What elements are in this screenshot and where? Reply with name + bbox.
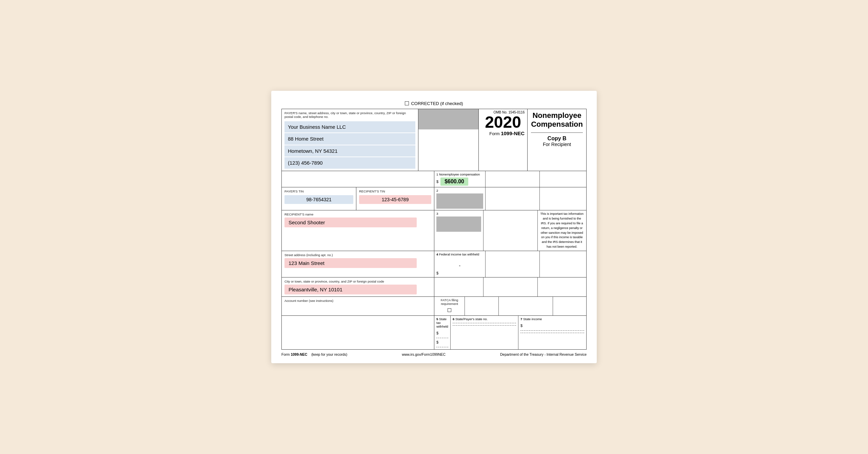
title-copy-cell: Nonemployee Compensation Copy B For Reci… bbox=[528, 109, 586, 171]
payer-tin-label: PAYER'S TIN bbox=[284, 189, 353, 193]
state-account-spacer bbox=[282, 316, 434, 349]
row-box1: 1 Nonemployee compensation $ $600.00 bbox=[282, 171, 586, 187]
form-title: Nonemployee Compensation bbox=[531, 111, 583, 129]
state-tax-cell: 5 State tax withheld $ $ bbox=[434, 316, 451, 349]
city-cell: City or town, state or province, country… bbox=[282, 277, 434, 296]
fatca-cell: FATCA filing requirement bbox=[434, 297, 465, 315]
payer-address: Your Business Name LLC 88 Home Street Ho… bbox=[284, 121, 415, 169]
box2-right-spacer bbox=[486, 187, 540, 210]
box1-label: 1 Nonemployee compensation bbox=[436, 172, 483, 176]
footer-keep-note: (keep for your records) bbox=[311, 352, 347, 356]
state-no-label: 6 State/Payer's state no. bbox=[453, 317, 516, 321]
spacer-right2 bbox=[540, 171, 587, 187]
spacer-omb2 bbox=[486, 171, 540, 187]
box2-far-right bbox=[540, 187, 587, 210]
recipient-tin-label: RECIPIENT'S TIN bbox=[359, 189, 431, 193]
row-account: Account number (see instructions) FATCA … bbox=[282, 297, 586, 316]
box3-cell: 3 bbox=[434, 210, 484, 251]
row-tins: PAYER'S TIN 98-7654321 RECIPIENT'S TIN 1… bbox=[282, 187, 586, 210]
city-right-box bbox=[434, 277, 484, 296]
payer-bottom-spacer bbox=[282, 171, 434, 187]
box3-number: 3 bbox=[436, 212, 481, 215]
form-label-row: Form 1099-NEC bbox=[481, 130, 525, 136]
recipient-name-value[interactable]: Second Shooter bbox=[284, 218, 417, 227]
box2-cell: 2 bbox=[434, 187, 486, 210]
payer-tin-value[interactable]: 98-7654321 bbox=[284, 195, 353, 204]
form-body: PAYER'S name, street address, city or to… bbox=[281, 109, 587, 350]
row-state: 5 State tax withheld $ $ 6 State/Payer's… bbox=[282, 316, 586, 349]
street-label: Street address (including apt. no.) bbox=[284, 253, 431, 257]
omb-cell: OMB No. 1545-0116 2020 Form 1099-NEC bbox=[479, 109, 528, 171]
copy-b-label: Copy B bbox=[531, 136, 583, 142]
footer-bar: Form 1099-NEC (keep for your records) ww… bbox=[281, 352, 587, 356]
row-payer: PAYER'S name, street address, city or to… bbox=[282, 109, 586, 171]
recipient-name-cell: RECIPIENT'S name Second Shooter bbox=[282, 210, 434, 251]
footer-form-number: 1099-NEC bbox=[291, 352, 307, 356]
payer-street: 88 Home Street bbox=[284, 133, 415, 145]
row-street: Street address (including apt. no.) 123 … bbox=[282, 251, 586, 277]
state-income-label: 7 State income bbox=[520, 317, 584, 321]
city-far-right bbox=[538, 277, 587, 296]
row-city: City or town, state or province, country… bbox=[282, 277, 586, 297]
payer-field-label: PAYER'S name, street address, city or to… bbox=[284, 111, 415, 119]
payer-phone: (123) 456-7890 bbox=[284, 157, 415, 169]
fed-far-right bbox=[540, 251, 587, 277]
state-income-cell: 7 State income $ bbox=[518, 316, 586, 349]
recipient-name-label: RECIPIENT'S name bbox=[284, 212, 431, 216]
city-value[interactable]: Pleasantville, NY 10101 bbox=[284, 285, 417, 294]
row-recipient-name: RECIPIENT'S name Second Shooter 3 This i… bbox=[282, 210, 586, 251]
city-right-spacer bbox=[484, 277, 538, 296]
corrected-label: CORRECTED (if checked) bbox=[411, 101, 463, 106]
box1-cell: 1 Nonemployee compensation $ $600.00 bbox=[434, 171, 486, 187]
footer-department: Department of the Treasury - Internal Re… bbox=[500, 352, 587, 356]
form-container: CORRECTED (if checked) PAYER'S name, str… bbox=[271, 91, 597, 364]
box2-gray bbox=[436, 193, 483, 209]
form-1099-nec: 1099-NEC bbox=[501, 130, 525, 136]
corrected-checkbox[interactable] bbox=[405, 101, 409, 105]
payer-tin-cell: PAYER'S TIN 98-7654321 bbox=[282, 187, 356, 210]
box1-dollar: $ bbox=[436, 180, 438, 184]
fatca-checkbox[interactable] bbox=[448, 308, 451, 312]
fatca-far-right bbox=[553, 297, 587, 315]
tax-year: 2020 bbox=[481, 114, 525, 130]
footer-form-label: Form 1099-NEC (keep for your records) bbox=[281, 352, 347, 356]
footer-website: www.irs.gov/Form1099NEC bbox=[402, 352, 446, 356]
box2-number: 2 bbox=[436, 189, 483, 192]
account-label: Account number (see instructions) bbox=[284, 299, 431, 303]
box3-gray bbox=[436, 216, 481, 232]
box3-right-spacer bbox=[484, 210, 538, 251]
federal-tax-dash: - bbox=[436, 263, 483, 268]
important-note: This is important tax information and is… bbox=[538, 210, 587, 251]
fatca-label: FATCA filing requirement bbox=[436, 298, 462, 306]
street-cell: Street address (including apt. no.) 123 … bbox=[282, 251, 434, 277]
box1-value: $600.00 bbox=[440, 178, 468, 186]
fatca-spacer bbox=[499, 297, 553, 315]
payer-name: Your Business Name LLC bbox=[284, 121, 415, 133]
account-cell: Account number (see instructions) bbox=[282, 297, 434, 315]
payer-info-cell: PAYER'S name, street address, city or to… bbox=[282, 109, 418, 171]
federal-tax-cell: 4 Federal income tax withheld - $ bbox=[434, 251, 486, 277]
federal-tax-label: 4 Federal income tax withheld bbox=[436, 252, 483, 256]
recipient-tin-value[interactable]: 123-45-6789 bbox=[359, 195, 431, 204]
fatca-right bbox=[465, 297, 499, 315]
state-no-cell: 6 State/Payer's state no. bbox=[451, 316, 518, 349]
payer-city: Hometown, NY 54321 bbox=[284, 145, 415, 157]
recipient-tin-cell: RECIPIENT'S TIN 123-45-6789 bbox=[356, 187, 434, 210]
street-value[interactable]: 123 Main Street bbox=[284, 258, 417, 268]
corrected-header: CORRECTED (if checked) bbox=[281, 101, 587, 106]
state-tax-label: 5 State tax withheld bbox=[436, 317, 448, 328]
payer-gray-box bbox=[418, 109, 479, 171]
fed-right-spacer bbox=[486, 251, 540, 277]
for-recipient-label: For Recipient bbox=[531, 142, 583, 147]
form-word: Form bbox=[489, 131, 499, 136]
gray-area-top bbox=[418, 109, 478, 129]
city-label: City or town, state or province, country… bbox=[284, 280, 431, 283]
